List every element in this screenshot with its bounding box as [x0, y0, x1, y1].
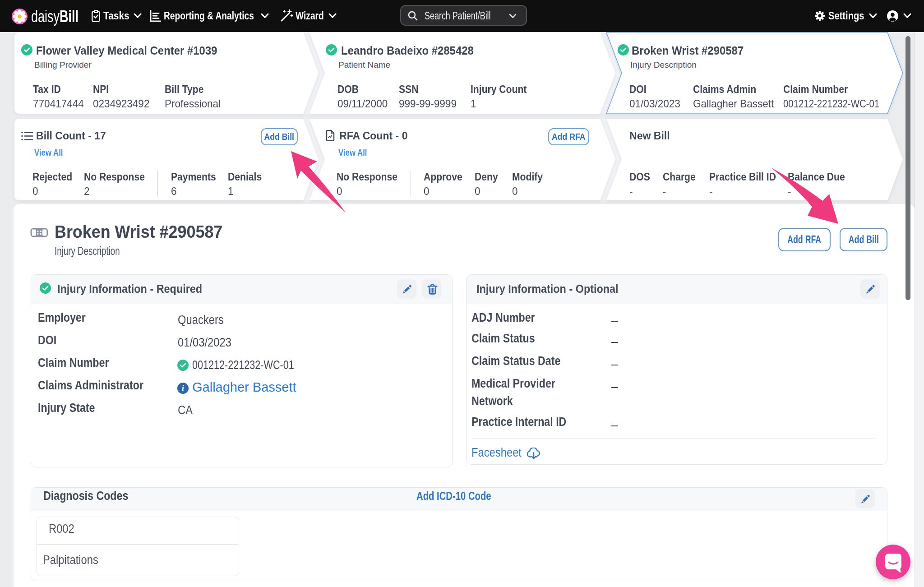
svg-text:i: i	[182, 383, 185, 393]
